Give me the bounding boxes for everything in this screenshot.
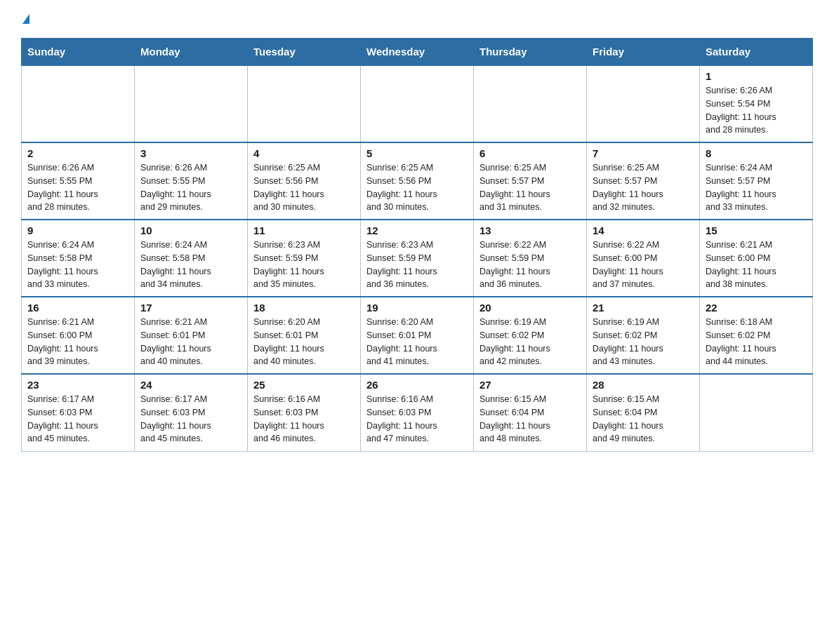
day-info: Sunrise: 6:26 AM Sunset: 5:55 PM Dayligh… — [140, 161, 241, 214]
day-number: 1 — [706, 70, 807, 82]
calendar-day-cell: 18Sunrise: 6:20 AM Sunset: 6:01 PM Dayli… — [248, 297, 361, 374]
day-info: Sunrise: 6:25 AM Sunset: 5:56 PM Dayligh… — [253, 161, 355, 214]
calendar-day-cell: 16Sunrise: 6:21 AM Sunset: 6:00 PM Dayli… — [22, 297, 135, 374]
day-number: 10 — [140, 224, 241, 236]
day-number: 22 — [706, 302, 807, 314]
calendar-day-cell: 24Sunrise: 6:17 AM Sunset: 6:03 PM Dayli… — [135, 374, 248, 451]
calendar-day-cell: 10Sunrise: 6:24 AM Sunset: 5:58 PM Dayli… — [135, 220, 248, 297]
calendar-table: SundayMondayTuesdayWednesdayThursdayFrid… — [21, 38, 813, 452]
calendar-day-cell: 22Sunrise: 6:18 AM Sunset: 6:02 PM Dayli… — [700, 297, 813, 374]
day-info: Sunrise: 6:19 AM Sunset: 6:02 PM Dayligh… — [593, 316, 694, 368]
calendar-day-cell: 13Sunrise: 6:22 AM Sunset: 5:59 PM Dayli… — [474, 220, 587, 297]
day-info: Sunrise: 6:21 AM Sunset: 6:00 PM Dayligh… — [27, 316, 128, 368]
calendar-day-cell: 25Sunrise: 6:16 AM Sunset: 6:03 PM Dayli… — [248, 374, 361, 451]
day-info: Sunrise: 6:15 AM Sunset: 6:04 PM Dayligh… — [479, 393, 581, 445]
day-number: 27 — [479, 379, 581, 391]
day-info: Sunrise: 6:26 AM Sunset: 5:55 PM Dayligh… — [27, 161, 128, 214]
day-info: Sunrise: 6:18 AM Sunset: 6:02 PM Dayligh… — [706, 316, 807, 368]
calendar-day-cell: 20Sunrise: 6:19 AM Sunset: 6:02 PM Dayli… — [474, 297, 587, 374]
calendar-week-row: 16Sunrise: 6:21 AM Sunset: 6:00 PM Dayli… — [22, 297, 813, 374]
day-info: Sunrise: 6:24 AM Sunset: 5:57 PM Dayligh… — [706, 161, 807, 214]
day-info: Sunrise: 6:24 AM Sunset: 5:58 PM Dayligh… — [27, 239, 128, 291]
day-info: Sunrise: 6:16 AM Sunset: 6:03 PM Dayligh… — [366, 393, 468, 445]
day-info: Sunrise: 6:23 AM Sunset: 5:59 PM Dayligh… — [253, 239, 355, 291]
day-number: 17 — [140, 302, 241, 314]
calendar-day-cell: 4Sunrise: 6:25 AM Sunset: 5:56 PM Daylig… — [248, 142, 361, 220]
column-header-thursday: Thursday — [474, 39, 587, 66]
calendar-day-cell: 23Sunrise: 6:17 AM Sunset: 6:03 PM Dayli… — [22, 374, 135, 451]
calendar-day-cell: 3Sunrise: 6:26 AM Sunset: 5:55 PM Daylig… — [135, 142, 248, 220]
calendar-day-cell: 26Sunrise: 6:16 AM Sunset: 6:03 PM Dayli… — [361, 374, 474, 451]
day-number: 5 — [366, 147, 468, 159]
calendar-week-row: 1Sunrise: 6:26 AM Sunset: 5:54 PM Daylig… — [22, 65, 813, 142]
column-header-wednesday: Wednesday — [361, 39, 474, 66]
day-number: 7 — [593, 147, 694, 159]
day-number: 23 — [27, 379, 128, 391]
calendar-day-cell: 1Sunrise: 6:26 AM Sunset: 5:54 PM Daylig… — [700, 65, 813, 142]
calendar-day-cell — [22, 65, 135, 142]
logo — [21, 14, 30, 24]
calendar-day-cell — [474, 65, 587, 142]
day-number: 18 — [253, 302, 355, 314]
column-header-sunday: Sunday — [22, 39, 135, 66]
calendar-day-cell: 17Sunrise: 6:21 AM Sunset: 6:01 PM Dayli… — [135, 297, 248, 374]
calendar-day-cell: 9Sunrise: 6:24 AM Sunset: 5:58 PM Daylig… — [22, 220, 135, 297]
calendar-day-cell: 14Sunrise: 6:22 AM Sunset: 6:00 PM Dayli… — [587, 220, 700, 297]
day-info: Sunrise: 6:19 AM Sunset: 6:02 PM Dayligh… — [479, 316, 581, 368]
calendar-header-row: SundayMondayTuesdayWednesdayThursdayFrid… — [22, 39, 813, 66]
day-number: 21 — [593, 302, 694, 314]
day-number: 28 — [593, 379, 694, 391]
column-header-tuesday: Tuesday — [248, 39, 361, 66]
day-number: 3 — [140, 147, 241, 159]
day-info: Sunrise: 6:16 AM Sunset: 6:03 PM Dayligh… — [253, 393, 355, 445]
day-info: Sunrise: 6:23 AM Sunset: 5:59 PM Dayligh… — [366, 239, 468, 291]
day-number: 4 — [253, 147, 355, 159]
calendar-day-cell: 15Sunrise: 6:21 AM Sunset: 6:00 PM Dayli… — [700, 220, 813, 297]
calendar-day-cell: 11Sunrise: 6:23 AM Sunset: 5:59 PM Dayli… — [248, 220, 361, 297]
calendar-day-cell: 8Sunrise: 6:24 AM Sunset: 5:57 PM Daylig… — [700, 142, 813, 220]
day-number: 26 — [366, 379, 468, 391]
day-info: Sunrise: 6:24 AM Sunset: 5:58 PM Dayligh… — [140, 239, 241, 291]
day-info: Sunrise: 6:17 AM Sunset: 6:03 PM Dayligh… — [27, 393, 128, 445]
day-number: 19 — [366, 302, 468, 314]
calendar-day-cell: 7Sunrise: 6:25 AM Sunset: 5:57 PM Daylig… — [587, 142, 700, 220]
page-header — [21, 14, 813, 24]
day-number: 25 — [253, 379, 355, 391]
day-number: 16 — [27, 302, 128, 314]
day-number: 14 — [593, 224, 694, 236]
calendar-day-cell: 27Sunrise: 6:15 AM Sunset: 6:04 PM Dayli… — [474, 374, 587, 451]
day-number: 11 — [253, 224, 355, 236]
calendar-day-cell: 28Sunrise: 6:15 AM Sunset: 6:04 PM Dayli… — [587, 374, 700, 451]
calendar-day-cell — [361, 65, 474, 142]
calendar-day-cell — [135, 65, 248, 142]
column-header-friday: Friday — [587, 39, 700, 66]
day-info: Sunrise: 6:15 AM Sunset: 6:04 PM Dayligh… — [593, 393, 694, 445]
logo-arrow-icon — [22, 14, 29, 24]
column-header-monday: Monday — [135, 39, 248, 66]
day-number: 12 — [366, 224, 468, 236]
day-info: Sunrise: 6:20 AM Sunset: 6:01 PM Dayligh… — [253, 316, 355, 368]
calendar-day-cell — [587, 65, 700, 142]
calendar-day-cell: 12Sunrise: 6:23 AM Sunset: 5:59 PM Dayli… — [361, 220, 474, 297]
calendar-day-cell: 5Sunrise: 6:25 AM Sunset: 5:56 PM Daylig… — [361, 142, 474, 220]
calendar-day-cell — [700, 374, 813, 451]
day-number: 24 — [140, 379, 241, 391]
column-header-saturday: Saturday — [700, 39, 813, 66]
day-number: 8 — [706, 147, 807, 159]
calendar-week-row: 2Sunrise: 6:26 AM Sunset: 5:55 PM Daylig… — [22, 142, 813, 220]
day-number: 6 — [479, 147, 581, 159]
day-info: Sunrise: 6:25 AM Sunset: 5:57 PM Dayligh… — [593, 161, 694, 214]
day-number: 2 — [27, 147, 128, 159]
calendar-day-cell: 21Sunrise: 6:19 AM Sunset: 6:02 PM Dayli… — [587, 297, 700, 374]
day-info: Sunrise: 6:26 AM Sunset: 5:54 PM Dayligh… — [706, 84, 807, 137]
day-number: 15 — [706, 224, 807, 236]
calendar-week-row: 23Sunrise: 6:17 AM Sunset: 6:03 PM Dayli… — [22, 374, 813, 451]
day-info: Sunrise: 6:17 AM Sunset: 6:03 PM Dayligh… — [140, 393, 241, 445]
calendar-day-cell: 6Sunrise: 6:25 AM Sunset: 5:57 PM Daylig… — [474, 142, 587, 220]
day-info: Sunrise: 6:22 AM Sunset: 6:00 PM Dayligh… — [593, 239, 694, 291]
day-info: Sunrise: 6:25 AM Sunset: 5:56 PM Dayligh… — [366, 161, 468, 214]
day-info: Sunrise: 6:21 AM Sunset: 6:01 PM Dayligh… — [140, 316, 241, 368]
day-number: 9 — [27, 224, 128, 236]
day-info: Sunrise: 6:20 AM Sunset: 6:01 PM Dayligh… — [366, 316, 468, 368]
calendar-day-cell: 2Sunrise: 6:26 AM Sunset: 5:55 PM Daylig… — [22, 142, 135, 220]
